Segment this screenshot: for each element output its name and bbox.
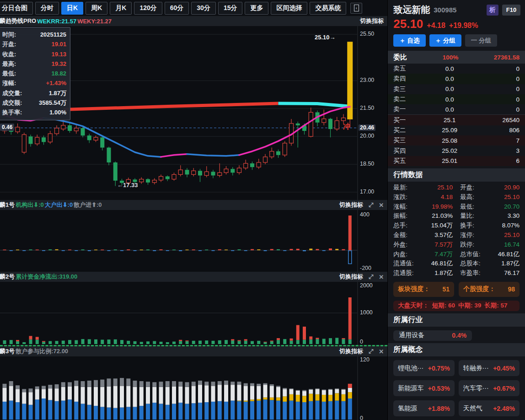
indicator-stat: 机构出⬇:0 xyxy=(16,201,43,208)
orderbook-row-ask[interactable]: 卖一0.00 xyxy=(388,104,525,114)
weibi-value: 27361.58 xyxy=(494,54,520,61)
timing-long: 长期: 57 xyxy=(484,302,507,310)
collapse-panel-icon[interactable]: ‹ xyxy=(350,3,362,14)
expand-icon[interactable]: ⤢ xyxy=(369,348,373,355)
y-axis-tick: 17.00 xyxy=(360,188,374,195)
tooltip-row: 最低:18.82 xyxy=(2,69,66,78)
y-axis-tick: 25.50 xyxy=(360,31,374,37)
market-timing-bar: 大盘天时： 短期: 60 中期: 39 长期: 57 xyxy=(393,301,520,311)
market-data-grid: 最新:25.10开盘:20.90涨跌:4.18最高:25.10涨幅:19.98%… xyxy=(388,182,525,278)
orderbook-row-bid[interactable]: 买四25.023 xyxy=(388,145,525,156)
tooltip-row: 成交额:3585.54万 xyxy=(2,98,66,108)
orderbook-row-bid[interactable]: 买三25.087 xyxy=(388,135,525,145)
main-chart[interactable]: 25.5023.0021.5020.4620.0018.5017.00 时间:2… xyxy=(0,26,387,200)
sub3-name: 麒麟3号 xyxy=(0,347,15,355)
sub1-chart[interactable]: 400-200 xyxy=(0,210,387,272)
concept-chip[interactable]: 汽车零···+0.67% xyxy=(459,380,520,396)
orderbook-row-ask[interactable]: 卖四0.00 xyxy=(388,74,525,84)
weibi-pct: 100% xyxy=(407,54,493,61)
industry-name: 通用设备 xyxy=(399,331,424,339)
concept-chip[interactable]: 锂电池···+0.75% xyxy=(393,360,454,376)
tab-区间选择[interactable]: 区间选择 xyxy=(271,2,307,15)
tab-周K[interactable]: 周K xyxy=(86,2,107,15)
y-axis-tick: 20.46 xyxy=(359,124,375,131)
tab-分日合图[interactable]: 分日合图 xyxy=(0,2,33,15)
app-window: 分日合图分时日K周K月K120分60分30分15分更多区间选择交易系统‹ 麒麟趋… xyxy=(0,0,525,420)
close-icon[interactable]: ✕ xyxy=(379,274,384,280)
indicator-stat: 大户出⬇:0 xyxy=(45,201,73,208)
weky-value: WEKY:21.27 xyxy=(77,18,112,25)
sub3-canvas[interactable] xyxy=(0,356,358,420)
orderbook-row-ask[interactable]: 卖三0.00 xyxy=(388,84,525,94)
market-stat: 最新:25.10 xyxy=(393,183,453,193)
concept-chip[interactable]: 氢能源+1.88% xyxy=(393,400,454,416)
orderbook-row-ask[interactable]: 卖五0.00 xyxy=(388,64,525,74)
sub3-chart[interactable]: 1200 xyxy=(0,356,387,420)
tooltip-row: 最高:19.32 xyxy=(2,59,66,69)
analysis-badge[interactable]: 析 xyxy=(487,5,498,16)
close-icon[interactable]: ✕ xyxy=(379,348,384,355)
market-stat: 振幅:21.03% xyxy=(393,211,453,221)
concept-chip[interactable]: 新能源车+0.53% xyxy=(393,380,454,396)
market-data-header: 行情数据 xyxy=(388,168,525,182)
sub1-canvas[interactable] xyxy=(0,210,358,272)
market-stat: 最低:20.70 xyxy=(460,202,520,212)
tab-60分[interactable]: 60分 xyxy=(165,2,189,15)
board-strength-chip: 板块强度： 51 xyxy=(393,282,454,297)
market-stat: 总市值:46.81亿 xyxy=(460,250,520,259)
tab-15分[interactable]: 15分 xyxy=(218,2,243,15)
y-axis-tick: 0 xyxy=(360,339,363,345)
market-stat: 外盘:7.57万 xyxy=(393,240,453,250)
market-stat: 市盈率:76.17 xyxy=(460,269,520,278)
sub2-chart[interactable]: 200010000 xyxy=(0,282,387,345)
orderbook-row-bid[interactable]: 买二25.09806 xyxy=(388,125,525,135)
tab-交易系统[interactable]: 交易系统 xyxy=(310,2,346,15)
concepts-header: 所属概念 xyxy=(388,343,525,356)
expand-icon[interactable]: ⤢ xyxy=(369,273,373,280)
y-axis-tick: 0 xyxy=(360,415,363,420)
market-stat: 涨幅:19.98% xyxy=(393,202,453,212)
orderbook-row-bid[interactable]: 买五25.016 xyxy=(388,156,525,166)
board-strength-label: 板块强度： xyxy=(398,285,430,293)
y-axis-tick: 400 xyxy=(360,211,370,218)
f10-badge[interactable]: F10 xyxy=(502,5,520,16)
market-stat: 最高:25.10 xyxy=(460,193,520,202)
y-axis-tick: 2000 xyxy=(360,282,373,289)
y-axis-tick: 1000 xyxy=(360,309,373,316)
stock-strength-label: 个股强度： xyxy=(463,285,495,293)
board-strength-value: 51 xyxy=(443,285,450,293)
tab-120分[interactable]: 120分 xyxy=(134,2,162,15)
remove-group-button[interactable]: 一 分组 xyxy=(465,34,497,47)
add-watchlist-button[interactable]: ＋ 自选 xyxy=(393,34,425,47)
sub1-header: 麒麟1号 机构出⬇:0大户出⬇:0散户进⬆:0 切换指标 ⤢ ✕ xyxy=(0,200,387,210)
order-book: 卖五0.00卖四0.00卖三0.00卖二0.00卖一0.00买一25.12654… xyxy=(388,64,525,166)
switch-indicator-button[interactable]: 切换指标 xyxy=(339,347,363,355)
signal-marker: 冲 xyxy=(343,122,350,132)
switch-indicator-button[interactable]: 切换指标 xyxy=(339,273,363,281)
y-axis-tick: 21.50 xyxy=(360,105,374,111)
close-icon[interactable]: ✕ xyxy=(379,202,384,209)
orderbook-row-ask[interactable]: 卖二0.00 xyxy=(388,94,525,104)
timing-short: 短期: 60 xyxy=(432,302,455,310)
price-change-pct: +19.98% xyxy=(449,22,478,30)
concept-chip[interactable]: 天然气+2.48% xyxy=(459,400,520,416)
tab-月K[interactable]: 月K xyxy=(110,2,132,15)
expand-icon[interactable]: ⤢ xyxy=(369,201,373,209)
switch-indicator-button[interactable]: 切换指标 xyxy=(360,17,384,25)
add-group-button[interactable]: ＋ 分组 xyxy=(429,34,461,47)
orderbook-row-bid[interactable]: 买一25.126540 xyxy=(388,114,525,125)
switch-indicator-button[interactable]: 切换指标 xyxy=(339,201,363,209)
stock-strength-value: 98 xyxy=(508,285,515,293)
tab-分时[interactable]: 分时 xyxy=(35,2,59,15)
market-stat: 涨停:25.10 xyxy=(460,231,520,240)
tab-更多[interactable]: 更多 xyxy=(245,2,268,15)
timing-label: 大盘天时： xyxy=(398,302,429,310)
tab-日K[interactable]: 日K xyxy=(61,2,83,15)
sub2-canvas[interactable] xyxy=(0,282,358,345)
y-axis-tick: 18.50 xyxy=(360,161,374,167)
industry-chip[interactable]: 通用设备 0.4% xyxy=(393,330,472,341)
tab-30分[interactable]: 30分 xyxy=(191,2,216,15)
tooltip-row: 涨幅:+1.43% xyxy=(2,78,66,88)
concept-chip[interactable]: 转融券···+0.45% xyxy=(459,360,520,376)
market-stat: 跌停:16.74 xyxy=(460,240,520,250)
